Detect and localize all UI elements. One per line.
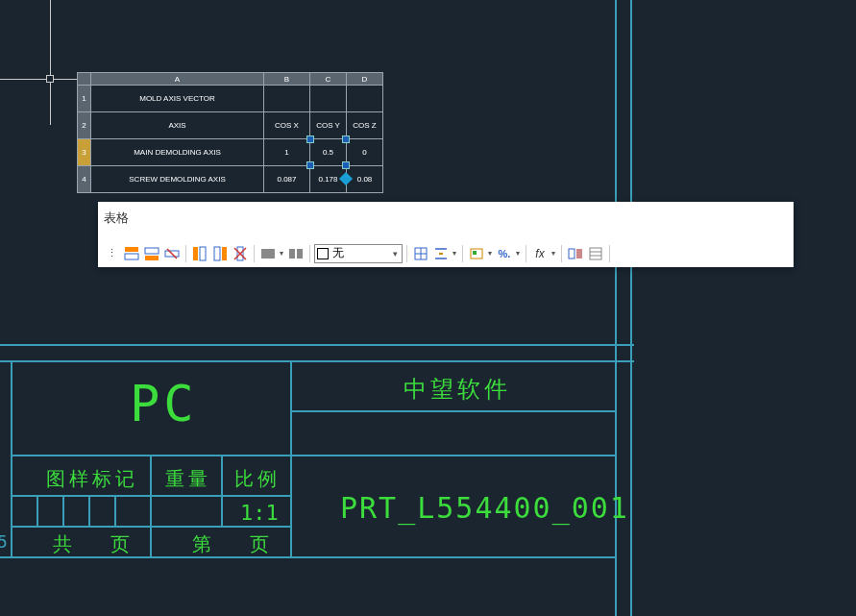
tb-vline [290, 360, 292, 557]
svg-rect-8 [214, 247, 220, 260]
merge-dropdown[interactable]: ▾ [278, 249, 285, 258]
tb-hline [290, 455, 615, 456]
cell-a4[interactable]: SCREW DEMOLDING AXIS [91, 166, 264, 193]
datalink-button[interactable] [586, 244, 605, 263]
svg-rect-1 [125, 247, 138, 252]
percent-button[interactable]: %. [495, 244, 514, 263]
insert-row-below-button[interactable] [142, 244, 161, 263]
alignment-button[interactable] [431, 244, 451, 263]
col-header-b[interactable]: B [264, 73, 310, 86]
separator [185, 245, 186, 262]
cell-c3-selected[interactable]: 0.5 [310, 139, 347, 166]
table-row[interactable]: 3 MAIN DEMOLDING AXIS 1 0.5 0 [78, 139, 383, 166]
cell-d1[interactable] [347, 86, 383, 112]
separator [561, 245, 562, 262]
lock-dropdown[interactable]: ▾ [486, 249, 494, 258]
row-header-4[interactable]: 4 [78, 166, 91, 193]
table-row[interactable]: 4 SCREW DEMOLDING AXIS 0.087 0.178 0.08 [78, 166, 383, 193]
fill-select[interactable]: 无 ▾ [314, 244, 403, 263]
cell-c3-value: 0.5 [323, 148, 333, 157]
separator [254, 245, 255, 262]
percent-dropdown[interactable]: ▾ [514, 249, 522, 258]
unmerge-cells-button[interactable] [286, 244, 306, 263]
formula-button[interactable]: fx [530, 244, 550, 263]
cell-a1[interactable]: MOLD AXIS VECTOR [91, 86, 264, 112]
scale-value: 1:1 [240, 501, 279, 525]
toolbar-row: ⋮ ▾ 无 ▾ [98, 242, 794, 267]
col-header-a[interactable]: A [91, 73, 264, 86]
cell-a2[interactable]: AXIS [91, 112, 264, 139]
table-toolbar[interactable]: 表格 ⋮ ▾ 无 ▾ [98, 202, 794, 267]
tb-vline [11, 360, 12, 557]
insert-row-above-button[interactable] [122, 244, 141, 263]
align-dropdown[interactable]: ▾ [451, 249, 458, 258]
gong-text: 共 [53, 531, 72, 557]
title-block-top-outer [0, 344, 634, 346]
delete-col-button[interactable] [231, 244, 250, 263]
title-block-top-inner [0, 360, 634, 362]
mark-label: 图样标记 [46, 466, 138, 492]
tb-vline [221, 455, 223, 526]
delete-row-button[interactable] [162, 244, 182, 263]
tb-hline [290, 410, 615, 412]
svg-rect-14 [289, 249, 295, 259]
cell-b3[interactable]: 1 [264, 139, 310, 166]
insert-col-right-button[interactable] [210, 244, 230, 263]
cell-c2[interactable]: COS Y [310, 112, 347, 139]
row-header-2[interactable]: 2 [78, 112, 91, 139]
toolbar-title: 表格 [98, 202, 794, 242]
ye-text: 页 [110, 531, 130, 557]
crosshair-pickbox [46, 75, 54, 83]
selection-grip-br[interactable] [342, 161, 350, 169]
tb-vline [37, 495, 38, 526]
weight-label: 重量 [165, 466, 211, 492]
borders-button[interactable] [411, 244, 430, 263]
part-number: PRT_L554400_001 [340, 491, 629, 525]
lock-button[interactable] [467, 244, 486, 263]
separator [526, 245, 526, 262]
tb-vline [62, 495, 64, 526]
cell-a3[interactable]: MAIN DEMOLDING AXIS [91, 139, 264, 166]
svg-rect-0 [125, 254, 138, 259]
svg-rect-13 [261, 249, 275, 259]
cell-b4[interactable]: 0.087 [264, 166, 310, 193]
table-row[interactable]: 1 MOLD AXIS VECTOR [78, 86, 383, 112]
link-button[interactable] [566, 244, 585, 263]
di-text: 第 [192, 531, 211, 557]
merge-cells-button[interactable] [258, 244, 278, 263]
drag-handle-icon[interactable]: ⋮ [102, 244, 121, 263]
tb-vline [114, 495, 116, 526]
fill-label: 无 [332, 245, 344, 261]
row-header-1[interactable]: 1 [78, 86, 91, 112]
table-entity[interactable]: A B C D 1 MOLD AXIS VECTOR 2 AXIS COS X … [77, 72, 383, 193]
cell-d3[interactable]: 0 [347, 139, 383, 166]
selection-grip-tr[interactable] [342, 136, 350, 143]
selection-grip-bl[interactable] [306, 161, 314, 169]
sheet-number: 5 [0, 531, 8, 552]
cell-c1[interactable] [310, 86, 347, 112]
insert-col-left-button[interactable] [190, 244, 209, 263]
svg-rect-24 [569, 249, 575, 259]
row-header-3[interactable]: 3 [78, 139, 91, 166]
drawing-border-right-outer [630, 0, 632, 616]
col-header-d[interactable]: D [347, 73, 383, 86]
tb-hline [0, 556, 615, 558]
svg-rect-2 [145, 248, 159, 254]
cell-b2[interactable]: COS X [264, 112, 310, 139]
chevron-down-icon: ▾ [393, 249, 398, 259]
svg-rect-3 [145, 256, 159, 260]
ye2-text: 页 [250, 531, 269, 557]
svg-rect-26 [590, 248, 601, 259]
cell-b1[interactable] [264, 86, 310, 112]
material-text: PC [130, 375, 198, 432]
company-text: 中望软件 [404, 374, 511, 405]
svg-rect-6 [200, 247, 206, 260]
cell-d2[interactable]: COS Z [347, 112, 383, 139]
col-header-c[interactable]: C [310, 73, 347, 86]
table-row[interactable]: 2 AXIS COS X COS Y COS Z [78, 112, 383, 139]
table-corner[interactable] [78, 73, 91, 86]
separator [309, 245, 310, 262]
selection-grip-tl[interactable] [306, 136, 314, 143]
tb-vline [88, 495, 90, 526]
formula-dropdown[interactable]: ▾ [550, 249, 557, 258]
